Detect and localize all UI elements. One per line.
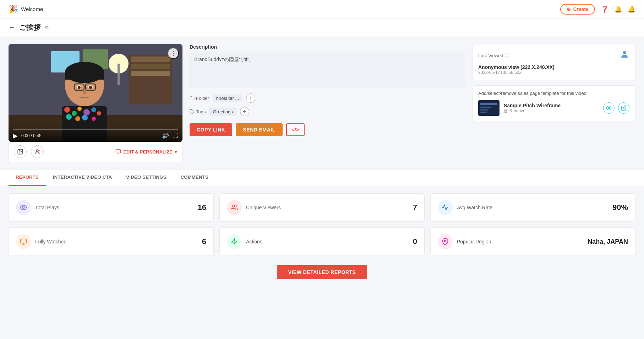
copy-link-button[interactable]: COPY LINK	[190, 123, 232, 136]
actions-icon	[227, 234, 242, 249]
svg-point-27	[77, 107, 82, 111]
svg-rect-15	[65, 72, 104, 80]
svg-rect-44	[480, 107, 491, 108]
description-label: Description	[190, 44, 465, 50]
sales-page-section: Add/select/remove sales page template fo…	[472, 85, 635, 121]
fullscreen-button[interactable]: ⛶	[173, 133, 178, 139]
progress-bar-bg[interactable]	[13, 129, 178, 130]
svg-point-23	[83, 90, 86, 94]
stat-left-total-plays: Total Plays	[16, 200, 59, 215]
sales-page-remove[interactable]: 🗑 Remove	[504, 108, 599, 113]
svg-point-47	[608, 107, 610, 109]
svg-point-41	[623, 51, 626, 54]
viewer-avatar-icon	[620, 49, 629, 61]
video-icons-left	[14, 145, 44, 158]
send-email-button[interactable]: SEND EMAIL	[236, 123, 282, 136]
stat-left-actions: Actions	[227, 234, 262, 249]
notification-bell-icon[interactable]: 🔔	[614, 5, 622, 13]
svg-rect-46	[480, 112, 487, 113]
edit-personalize-button[interactable]: EDIT & PERSONALIZE ▾	[115, 149, 177, 155]
avg-watch-rate-value: 90%	[612, 203, 628, 212]
fully-watched-label: Fully Watched	[35, 239, 66, 244]
last-viewed-help-icon[interactable]: ⓘ	[505, 52, 509, 59]
view-detailed-reports-button[interactable]: VIEW DETAILED REPORTS	[277, 265, 367, 279]
video-action-bar: EDIT & PERSONALIZE ▾	[9, 142, 182, 162]
personalize-icon-button[interactable]	[31, 145, 44, 158]
play-button[interactable]: ▶	[13, 132, 18, 140]
edit-personalize-label: EDIT & PERSONALIZE	[123, 149, 173, 155]
page-edit-icon[interactable]: ✏	[45, 24, 49, 31]
tab-reports[interactable]: REPORTS	[9, 170, 46, 186]
plus-icon: ⊕	[567, 6, 571, 12]
svg-marker-53	[232, 239, 237, 245]
remove-label: Remove	[509, 108, 525, 113]
last-viewed-section: Last Viewed ⓘ Anonymous view (222.X.240.…	[472, 44, 635, 80]
folder-chip[interactable]: hiroki.ter ...	[213, 95, 242, 102]
last-viewed-time: 2023-05-17T05:56:52Z	[478, 70, 629, 75]
svg-point-37	[36, 150, 38, 152]
sales-page-info: Sample Pitch Wireframe 🗑 Remove	[504, 103, 599, 113]
page-title: ご挨拶	[19, 23, 40, 32]
add-tag-button[interactable]: +	[240, 107, 249, 116]
svg-point-54	[444, 240, 446, 242]
actions-value: 0	[413, 237, 417, 246]
add-folder-button[interactable]: +	[246, 93, 255, 103]
controls-row: ▶ 0:00 / 0:45 🔊 ⛶	[13, 132, 178, 140]
tag-chip-greetings[interactable]: Greetings	[209, 108, 236, 115]
tags-text: Tags	[196, 109, 206, 114]
back-button[interactable]: ←	[9, 24, 15, 31]
svg-point-38	[38, 150, 40, 152]
svg-point-28	[83, 109, 90, 115]
tab-video-settings[interactable]: VIDEO SETTINGS	[119, 170, 173, 186]
tab-comments[interactable]: COMMENTS	[174, 170, 215, 186]
svg-rect-3	[131, 56, 170, 62]
tabs-list: REPORTS INTERACTIVE VIDEO CTA VIDEO SETT…	[9, 170, 635, 186]
trash-icon: 🗑	[504, 108, 508, 113]
total-plays-icon	[16, 200, 31, 215]
popular-region-icon	[438, 234, 453, 249]
right-panel: Last Viewed ⓘ Anonymous view (222.X.240.…	[472, 44, 635, 162]
svg-point-32	[75, 116, 80, 121]
controls-left: ▶ 0:00 / 0:45	[13, 132, 42, 140]
stat-left-popular-region: Popular Region	[438, 234, 491, 249]
stats-row-2: Fully Watched 6 Actions 0	[9, 227, 635, 256]
video-more-button[interactable]: ⋮	[168, 48, 179, 59]
last-viewed-header: Last Viewed ⓘ	[478, 49, 629, 61]
controls-right: 🔊 ⛶	[162, 133, 178, 139]
create-button[interactable]: ⊕ Create	[560, 4, 595, 15]
svg-rect-5	[131, 71, 170, 76]
fully-watched-value: 6	[202, 237, 206, 246]
svg-rect-2	[129, 55, 172, 104]
sales-page-actions	[603, 102, 629, 114]
svg-rect-39	[116, 150, 121, 153]
alert-icon[interactable]: 🔔	[628, 5, 635, 13]
total-plays-value: 16	[198, 203, 206, 212]
stat-card-popular-region: Popular Region Naha, JAPAN	[430, 227, 635, 256]
last-viewed-text: Last Viewed	[478, 53, 503, 58]
svg-point-49	[232, 205, 235, 208]
page-header: ← ご挨拶 ✏	[0, 18, 644, 37]
stat-card-actions: Actions 0	[219, 227, 425, 256]
stats-row-1: Total Plays 16 Unique Viewers 7	[9, 193, 635, 222]
embed-button[interactable]: </>	[286, 123, 305, 136]
svg-point-30	[97, 111, 101, 115]
stat-left-avg-watch: Avg Watch Rate	[438, 200, 492, 215]
sales-page-edit-button[interactable]	[618, 102, 629, 114]
top-nav: 🎉 Welcome ⊕ Create ❓ 🔔 🔔	[0, 0, 644, 18]
image-icon-button[interactable]	[14, 145, 27, 158]
edit-personalize-chevron: ▾	[175, 149, 177, 155]
svg-rect-45	[480, 109, 488, 111]
volume-button[interactable]: 🔊	[162, 133, 169, 139]
view-detailed-section: VIEW DETAILED REPORTS	[9, 262, 635, 286]
unique-viewers-label: Unique Viewers	[246, 205, 281, 210]
help-icon[interactable]: ❓	[601, 5, 608, 13]
tab-interactive-video-cta[interactable]: INTERACTIVE VIDEO CTA	[46, 170, 119, 186]
create-label: Create	[573, 6, 589, 12]
action-buttons: COPY LINK SEND EMAIL </>	[190, 123, 465, 136]
sales-page-view-button[interactable]	[603, 102, 615, 114]
folder-text: Folder	[196, 96, 209, 101]
svg-rect-4	[131, 64, 170, 69]
svg-rect-50	[21, 239, 27, 243]
video-container: ⋮ ▶ 0:00 / 0:45 🔊 ⛶	[9, 44, 182, 142]
description-textarea[interactable]: BrandBuddyzの隠屋です。	[190, 53, 465, 88]
